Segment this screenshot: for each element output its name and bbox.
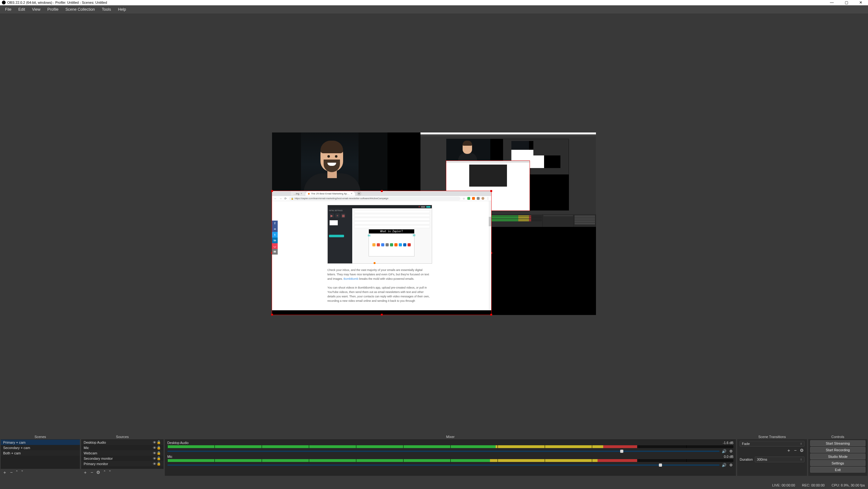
article-paragraph: You can shoot videos in BombBomb's app, … — [328, 286, 432, 303]
chevron-updown-icon: ⇳ — [800, 458, 802, 461]
remove-icon[interactable]: − — [91, 470, 93, 474]
menu-kebab-icon[interactable]: ⋮ — [486, 197, 489, 200]
speaker-icon[interactable]: 🔊 — [721, 463, 726, 467]
visibility-icon[interactable]: 👁 — [152, 457, 157, 460]
move-up-icon[interactable]: ˄ — [103, 470, 106, 474]
start-recording-button[interactable]: Start Recording — [810, 447, 866, 453]
visibility-icon[interactable]: 👁 — [152, 446, 157, 450]
gear-icon[interactable]: ⚙ — [96, 470, 100, 474]
source-item[interactable]: Desktop Audio 👁 🔒 — [81, 440, 163, 445]
nav-back-icon[interactable]: ← — [274, 197, 277, 200]
lock-icon[interactable]: 🔒 — [157, 451, 161, 455]
star-icon[interactable]: ☆ — [462, 197, 465, 200]
menu-file[interactable]: File — [2, 6, 14, 13]
scene-item[interactable]: Primary + cam — [1, 440, 80, 445]
nav-reload-icon[interactable]: ⟳ — [284, 197, 287, 200]
menu-profile[interactable]: Profile — [44, 6, 62, 13]
window-close-button[interactable]: ✕ — [854, 0, 868, 5]
browser-tab-active[interactable]: ◆The 25 Best Email Marketing Ap…× — [305, 191, 355, 196]
source-item[interactable]: Secondary monitor 👁 🔒 — [81, 456, 163, 461]
nav-forward-icon[interactable]: → — [279, 197, 282, 200]
scene-item[interactable]: Both + cam — [1, 450, 80, 456]
visibility-icon[interactable]: 👁 — [152, 462, 157, 466]
browser-toolbar: ← → ⟳ 🔒 https://zapier.com/learn/email-m… — [272, 196, 491, 201]
remove-icon[interactable]: − — [10, 470, 12, 474]
visibility-icon[interactable]: 👁 — [152, 440, 157, 444]
scenes-panel: Scenes Primary + cam Secondary + cam Bot… — [1, 434, 80, 476]
share-count: 42 — [272, 226, 278, 232]
pocket-icon[interactable]: ◡ — [272, 243, 278, 249]
mail-icon[interactable]: ✉ — [272, 249, 278, 255]
remove-icon[interactable]: − — [794, 448, 797, 454]
preview-area: …ing× ◆The 25 Best Email Marketing Ap…× … — [0, 13, 868, 434]
studio-mode-button[interactable]: Studio Mode — [810, 454, 866, 459]
start-streaming-button[interactable]: Start Streaming — [810, 440, 866, 446]
window-minimize-button[interactable]: — — [825, 0, 839, 5]
source-item[interactable]: Primary monitor 👁 🔒 — [81, 461, 163, 466]
preview-canvas[interactable]: …ing× ◆The 25 Best Email Marketing Ap…× … — [272, 133, 596, 315]
scenes-list[interactable]: Primary + cam Secondary + cam Both + cam — [1, 440, 80, 469]
extension-icon[interactable] — [472, 197, 475, 200]
sources-list[interactable]: Desktop Audio 👁 🔒 Mic 👁 🔒 Webcam 👁 🔒 Sec… — [81, 440, 163, 469]
linkedin-icon[interactable]: in — [272, 237, 278, 243]
volume-slider[interactable] — [167, 451, 719, 452]
address-bar[interactable]: 🔒 https://zapier.com/learn/email-marketi… — [289, 197, 460, 200]
scene-item[interactable]: Secondary + cam — [1, 445, 80, 450]
obs-logo-icon — [2, 1, 6, 4]
facebook-icon[interactable]: f — [272, 221, 278, 226]
lock-icon[interactable]: 🔒 — [157, 445, 161, 450]
lock-icon[interactable]: 🔒 — [157, 456, 161, 460]
mixer-panel: Mixer Desktop Audio -1.6 dB — [165, 434, 736, 476]
menu-view[interactable]: View — [29, 6, 44, 13]
source-webcam[interactable] — [272, 133, 388, 191]
speaker-icon[interactable]: 🔊 — [721, 449, 726, 454]
settings-button[interactable]: Settings — [810, 460, 866, 466]
extension-icon[interactable] — [477, 197, 479, 200]
menu-tools[interactable]: Tools — [99, 6, 114, 13]
volume-slider[interactable] — [167, 464, 719, 466]
menu-scene-collection[interactable]: Scene Collection — [62, 6, 98, 13]
transitions-header: Scene Transitions — [737, 434, 807, 440]
lock-icon[interactable]: 🔒 — [157, 462, 161, 466]
transitions-body: Fade⇳ ＋ − ⚙ Duration 300ms⇳ — [737, 440, 807, 463]
avatar-icon[interactable] — [482, 197, 484, 200]
status-rec: REC: 00:00:00 — [802, 483, 825, 487]
move-down-icon[interactable]: ˅ — [109, 470, 111, 474]
source-primary-monitor[interactable]: …ing× ◆The 25 Best Email Marketing Ap…× … — [272, 191, 491, 315]
duration-field[interactable]: 300ms⇳ — [755, 457, 804, 462]
move-up-icon[interactable]: ˄ — [16, 470, 18, 474]
mixer-track-desktop: Desktop Audio -1.6 dB 🔊 ⚙ — [165, 440, 736, 454]
close-icon[interactable]: × — [351, 192, 352, 195]
controls-header: Controls — [808, 434, 867, 440]
browser-tab-inactive[interactable]: …ing× — [291, 191, 305, 196]
source-item[interactable]: Mic 👁 🔒 — [81, 445, 163, 450]
add-icon[interactable]: ＋ — [786, 448, 791, 454]
window-maximize-button[interactable]: ▢ — [839, 0, 854, 5]
twitter-icon[interactable]: t — [272, 232, 278, 237]
extension-icon[interactable] — [467, 197, 470, 200]
add-icon[interactable]: ＋ — [83, 470, 87, 474]
lock-icon[interactable]: 🔒 — [157, 440, 161, 444]
bombbomb-link[interactable]: BombBomb — [344, 277, 359, 280]
controls-body: Start Streaming Start Recording Studio M… — [808, 440, 867, 473]
close-icon[interactable]: × — [301, 192, 302, 195]
gear-icon[interactable]: ⚙ — [728, 463, 734, 467]
transition-select[interactable]: Fade⇳ — [740, 441, 804, 447]
browser-viewport[interactable]: f 42 t in ◡ ✉ INITIAL SETTINGS — [272, 201, 491, 310]
move-down-icon[interactable]: ˅ — [21, 470, 23, 474]
menu-bar: File Edit View Profile Scene Collection … — [0, 5, 868, 13]
gear-icon[interactable]: ⚙ — [800, 448, 804, 454]
menu-help[interactable]: Help — [115, 6, 129, 13]
exit-button[interactable]: Exit — [810, 467, 866, 472]
source-item[interactable]: Webcam 👁 🔒 — [81, 450, 163, 456]
social-share-rail: f 42 t in ◡ ✉ — [272, 221, 278, 255]
scenes-header: Scenes — [1, 434, 80, 440]
new-tab-button[interactable]: + — [357, 191, 361, 196]
mixer-track-name: Desktop Audio — [167, 441, 189, 444]
menu-edit[interactable]: Edit — [15, 6, 28, 13]
visibility-icon[interactable]: 👁 — [152, 451, 157, 455]
add-icon[interactable]: ＋ — [2, 470, 7, 474]
gear-icon[interactable]: ⚙ — [728, 449, 734, 454]
scrollbar[interactable] — [489, 201, 491, 310]
status-live: LIVE: 00:00:00 — [772, 483, 795, 487]
